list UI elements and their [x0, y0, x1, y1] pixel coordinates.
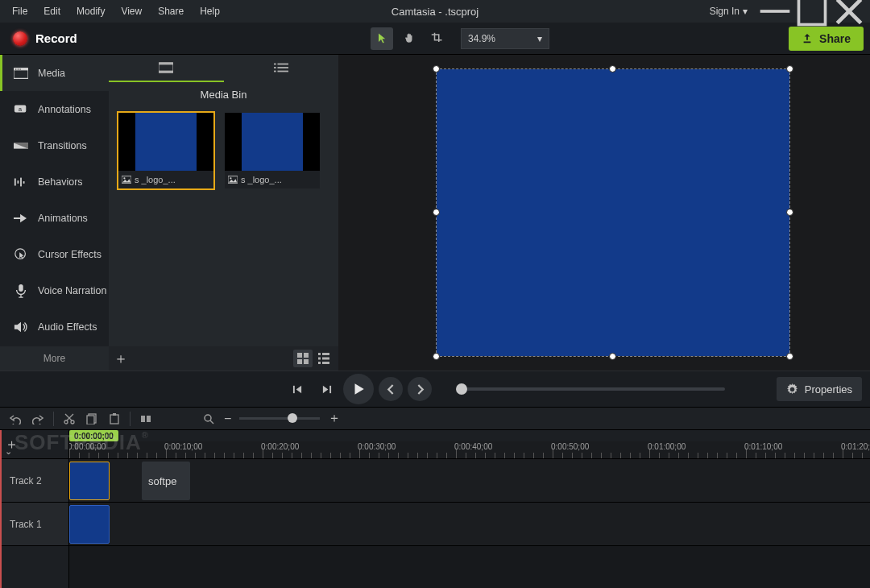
menu-edit[interactable]: Edit [36, 2, 68, 20]
track-menu-button[interactable]: ⌄ [5, 446, 12, 457]
sidebar-item-label: Audio Effects [38, 321, 97, 333]
sidebar-item-cursor-effects[interactable]: Cursor Effects [0, 236, 109, 272]
timeline-clip-image[interactable] [69, 462, 110, 500]
cursor-effects-icon [14, 247, 28, 262]
next-frame-button[interactable] [314, 377, 338, 401]
pan-tool[interactable] [398, 27, 420, 50]
canvas-selection[interactable] [437, 69, 789, 356]
crop-tool[interactable] [425, 27, 448, 50]
resize-handle[interactable] [609, 65, 616, 72]
svg-rect-32 [304, 359, 309, 364]
time-ruler[interactable]: 0:00:00;000:00:10;000:00:20;000:00:30;00… [69, 441, 870, 459]
svg-rect-35 [318, 358, 321, 360]
track-row[interactable] [69, 503, 870, 546]
resize-handle[interactable] [609, 353, 616, 360]
window-maximize-button[interactable] [794, 0, 830, 23]
svg-rect-44 [87, 416, 94, 424]
svg-rect-21 [274, 67, 276, 68]
resize-handle[interactable] [786, 209, 793, 216]
step-forward-button[interactable] [408, 377, 432, 401]
step-back-button[interactable] [379, 377, 403, 401]
canvas-area[interactable] [338, 55, 870, 371]
media-clip[interactable]: s _logo_... [118, 113, 213, 188]
grid-view-button[interactable] [293, 350, 313, 367]
play-button[interactable] [343, 374, 374, 404]
timeline-clip-image[interactable] [69, 505, 110, 544]
copy-button[interactable] [85, 412, 99, 426]
menu-help[interactable]: Help [193, 2, 227, 20]
share-button[interactable]: Share [789, 27, 864, 51]
svg-text:a: a [19, 105, 22, 112]
time-tick-label: 0:00:00;00 [69, 442, 106, 451]
timeline-zoom: − ＋ [224, 410, 341, 427]
menu-modify[interactable]: Modify [69, 2, 112, 20]
resize-handle[interactable] [433, 353, 440, 360]
svg-point-5 [18, 68, 19, 69]
properties-button[interactable]: Properties [777, 377, 862, 401]
hand-icon [404, 32, 416, 44]
record-button[interactable]: Record [0, 23, 90, 54]
slider-thumb[interactable] [456, 383, 467, 395]
menu-share[interactable]: Share [151, 2, 191, 20]
track-label[interactable]: Track 2 [0, 459, 68, 503]
track-row[interactable]: softpe [69, 459, 870, 503]
bin-tab-media[interactable] [109, 55, 224, 82]
zoom-fit-button[interactable] [201, 412, 216, 426]
svg-rect-11 [18, 180, 19, 184]
timeline-clip-text[interactable]: softpe [142, 462, 190, 500]
sidebar-item-audio-effects[interactable]: Audio Effects [0, 308, 109, 345]
svg-rect-10 [14, 178, 16, 185]
svg-rect-47 [141, 416, 145, 422]
resize-handle[interactable] [433, 65, 440, 72]
prev-frame-button[interactable] [285, 377, 309, 401]
sidebar-item-media[interactable]: Media [0, 55, 109, 91]
time-tick-label: 0:00:20;00 [261, 442, 299, 451]
sidebar-item-animations[interactable]: Animations [0, 200, 109, 236]
zoom-out-button[interactable]: − [224, 412, 231, 426]
zoom-in-button[interactable]: ＋ [328, 410, 341, 427]
svg-rect-48 [147, 416, 151, 422]
redo-button[interactable] [31, 412, 45, 426]
bin-tab-library[interactable] [224, 55, 339, 82]
playback-slider[interactable] [459, 387, 725, 391]
zoom-value: 34.9% [468, 33, 495, 44]
split-button[interactable] [139, 412, 153, 426]
zoom-slider[interactable] [239, 417, 320, 420]
menu-view[interactable]: View [114, 2, 149, 20]
undo-icon [10, 413, 21, 424]
window-close-button[interactable] [831, 0, 867, 23]
sign-in-button[interactable]: Sign In ▾ [702, 2, 756, 20]
sidebar-item-behaviors[interactable]: Behaviors [0, 164, 109, 200]
resize-handle[interactable] [786, 65, 793, 72]
media-clip[interactable]: s _logo_... [225, 113, 320, 188]
clip-name: s _logo_... [135, 175, 176, 184]
canvas-zoom-select[interactable]: 34.9% ▾ [461, 28, 549, 49]
copy-icon [86, 413, 97, 424]
sidebar-item-annotations[interactable]: a Annotations [0, 91, 109, 127]
playhead-time[interactable]: 0:00:00;00 [69, 430, 118, 441]
paste-button[interactable] [107, 412, 122, 426]
timeline-body[interactable]: 0:00:00;00 0:00:00;000:00:10;000:00:20;0… [69, 430, 870, 588]
minimize-icon [757, 0, 793, 29]
track-label[interactable]: Track 1 [0, 503, 68, 546]
sidebar-item-voice-narration[interactable]: Voice Narration [0, 272, 109, 308]
cut-button[interactable] [62, 412, 77, 426]
toolbar-row: Record 34.9% ▾ Share [0, 23, 870, 55]
time-tick-label: 0:01:00;00 [648, 442, 686, 451]
resize-handle[interactable] [433, 209, 440, 216]
menu-file[interactable]: File [5, 2, 35, 20]
record-label: Record [35, 31, 77, 45]
select-tool[interactable] [371, 27, 393, 50]
sign-in-label: Sign In [710, 6, 740, 17]
sidebar-item-transitions[interactable]: Transitions [0, 127, 109, 164]
resize-handle[interactable] [786, 353, 793, 360]
undo-button[interactable] [8, 412, 23, 426]
add-media-button[interactable]: ＋ [109, 349, 133, 368]
svg-rect-36 [322, 358, 329, 360]
window-minimize-button[interactable] [757, 0, 793, 23]
time-tick-label: 0:00:10;00 [164, 442, 202, 451]
sidebar-more-button[interactable]: More [0, 346, 109, 371]
list-view-button[interactable] [314, 350, 334, 367]
slider-thumb[interactable] [288, 413, 297, 423]
annotations-icon: a [14, 102, 28, 117]
